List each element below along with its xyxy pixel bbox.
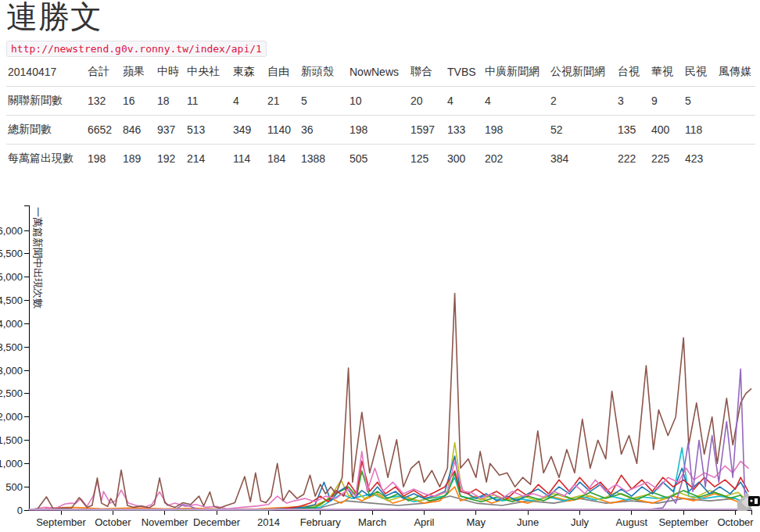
table-cell: 198: [483, 116, 549, 145]
table-cell: 513: [185, 116, 231, 145]
table-column-header: 風傳媒: [717, 59, 755, 87]
x-tick-label: February: [300, 516, 342, 528]
y-axis-label: 一萬篇新聞中出現次數: [32, 207, 44, 309]
table-column-header: 自由: [266, 59, 299, 87]
table-cell: [717, 116, 755, 145]
x-tick-label: March: [358, 516, 386, 528]
table-cell: 1388: [299, 145, 348, 173]
table-cell: 10: [348, 87, 409, 116]
api-url-code: http://newstrend.g0v.ronny.tw/index/api/…: [6, 41, 267, 57]
table-row: 關聯新聞數13216181142151020442395: [6, 87, 755, 116]
table-cell: 5: [299, 87, 348, 116]
table-cell: 846: [121, 116, 156, 145]
table-column-header: 合計: [86, 59, 121, 87]
table-column-header: 民視: [683, 59, 717, 87]
table-cell: 349: [231, 116, 266, 145]
table-cell: 6652: [86, 116, 121, 145]
corner-share-icon[interactable]: [736, 485, 760, 511]
y-tick-label: 3,500: [0, 341, 23, 353]
table-column-header: 華視: [650, 59, 683, 87]
table-column-header: 中廣新聞網: [483, 59, 549, 87]
table-cell: 505: [348, 145, 409, 173]
table-cell: 384: [549, 145, 616, 173]
x-tick-label: August: [616, 516, 648, 528]
y-tick-label: 5,000: [0, 271, 23, 283]
y-tick-label: 1,000: [0, 458, 23, 470]
y-tick-label: 5,500: [0, 248, 23, 259]
table-cell: 21: [266, 87, 299, 116]
y-tick-label: 3,000: [0, 365, 23, 377]
news-stats-table: 20140417合計蘋果中時中央社東森自由新頭殼NowNews聯合TVBS中廣新…: [6, 59, 755, 173]
table-cell: [717, 87, 755, 116]
table-cell: 4: [231, 87, 266, 116]
page-title: 連勝文: [6, 2, 102, 33]
table-cell: 18: [156, 87, 185, 116]
y-tick-label: 4,000: [0, 318, 23, 330]
x-tick-label: July: [571, 516, 590, 528]
table-cell: 423: [683, 145, 717, 173]
table-header-row: 20140417合計蘋果中時中央社東森自由新頭殼NowNews聯合TVBS中廣新…: [6, 59, 755, 87]
series-line-新頭殼: [29, 294, 751, 510]
x-tick-label: November: [142, 516, 189, 528]
table-cell: 132: [86, 87, 121, 116]
table-cell: 202: [483, 145, 549, 173]
table-cell: 300: [446, 145, 483, 173]
x-tick-label: September: [658, 516, 708, 528]
y-tick-label: 2,000: [0, 411, 23, 423]
page: 連勝文 http://newstrend.g0v.ronny.tw/index/…: [0, 0, 760, 532]
table-cell: 4: [483, 87, 549, 116]
table-cell: 400: [650, 116, 683, 145]
table-cell: 222: [616, 145, 650, 173]
table-cell: 114: [231, 145, 266, 173]
trend-chart: 05001,0001,5002,0002,5003,0003,5004,0004…: [0, 199, 760, 532]
x-tick-label: June: [517, 516, 539, 528]
x-tick-label: May: [467, 516, 486, 528]
table-row: 每萬篇出現數1981891922141141841388505125300202…: [6, 145, 755, 173]
table-column-header: 蘋果: [121, 59, 156, 87]
table-column-header: 聯合: [409, 59, 446, 87]
table-cell: 225: [650, 145, 683, 173]
table-cell: 189: [121, 145, 156, 173]
table-cell: 4: [446, 87, 483, 116]
table-column-header: 公視新聞網: [549, 59, 616, 87]
table-cell: 192: [156, 145, 185, 173]
table-cell: 16: [121, 87, 156, 116]
table-row: 總新聞數665284693751334911403619815971331985…: [6, 116, 755, 145]
table-cell: 52: [549, 116, 616, 145]
table-cell: 118: [683, 116, 717, 145]
row-label: 每萬篇出現數: [6, 145, 86, 173]
table-cell: 5: [683, 87, 717, 116]
table-cell: 36: [299, 116, 348, 145]
row-label: 關聯新聞數: [6, 87, 86, 116]
table-cell: 20: [409, 87, 446, 116]
table-column-header: 中時: [156, 59, 185, 87]
table-cell: 1597: [409, 116, 446, 145]
x-tick-label: December: [193, 516, 241, 528]
share-badge-glyph: [755, 498, 758, 504]
trend-chart-svg: 05001,0001,5002,0002,5003,0003,5004,0004…: [0, 199, 760, 532]
table-column-header: 中央社: [185, 59, 231, 87]
table-body: 關聯新聞數13216181142151020442395總新聞數66528469…: [6, 87, 755, 173]
table-column-header: 新頭殼: [299, 59, 348, 87]
table-cell: 133: [446, 116, 483, 145]
axis-domain: [24, 205, 751, 515]
y-tick-label: 1,500: [0, 434, 23, 446]
share-badge: [748, 496, 760, 506]
row-label: 總新聞數: [6, 116, 86, 145]
x-tick-label: October: [717, 516, 754, 528]
y-tick-label: 4,500: [0, 295, 23, 306]
series-line-民視: [30, 369, 751, 510]
table-column-header: 台視: [616, 59, 650, 87]
table-cell: 198: [348, 116, 409, 145]
y-tick-label: 2,500: [0, 387, 23, 399]
x-tick-label: September: [36, 516, 86, 528]
table-cell: [717, 145, 755, 173]
table-cell: 3: [616, 87, 650, 116]
table-cell: 135: [616, 116, 650, 145]
x-tick-label: October: [95, 516, 131, 528]
share-badge-dot: [750, 499, 752, 502]
table-date-header: 20140417: [6, 59, 86, 87]
table-column-header: NowNews: [348, 59, 409, 87]
x-tick-label: April: [414, 516, 434, 528]
table-cell: 9: [650, 87, 683, 116]
